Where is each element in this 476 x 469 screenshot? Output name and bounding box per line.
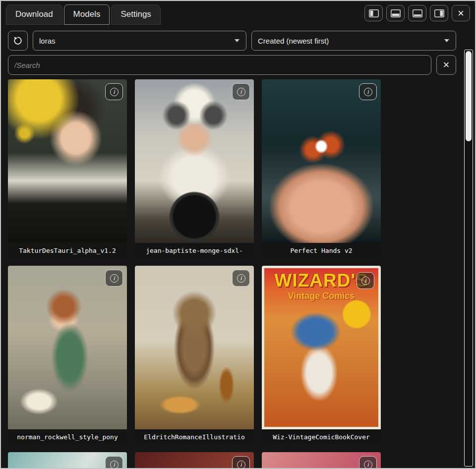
models-panel: loras Created (newest first) × i TakturD… — [1, 25, 475, 468]
model-name-label: TakturDesTauri_alpha_v1.2 — [8, 243, 127, 258]
info-icon: i — [237, 88, 245, 96]
window-controls: × — [364, 5, 470, 21]
info-icon: i — [110, 274, 119, 283]
model-info-button[interactable]: i — [105, 456, 123, 468]
model-thumbnail: i — [8, 452, 127, 468]
model-type-select[interactable]: loras — [33, 31, 246, 51]
model-thumbnail: i — [8, 79, 127, 243]
model-thumbnail: i — [262, 452, 381, 468]
panel-dock-bottom-button[interactable] — [386, 5, 405, 21]
scrollbar-track[interactable] — [464, 50, 473, 467]
model-browser-window: Download Models Settings — [0, 0, 476, 469]
info-icon: i — [364, 461, 372, 469]
panel-split-left-icon — [369, 9, 379, 17]
info-icon: i — [364, 88, 372, 96]
model-name-label: EldritchRomanceIllustratio — [135, 429, 254, 444]
info-icon: i — [361, 277, 370, 285]
search-row: × — [8, 55, 456, 75]
model-card[interactable]: WIZARD'S Vintage Comics i Wiz-VintageCom… — [262, 266, 381, 444]
model-name-label: norman_rockwell_style_pony — [8, 429, 127, 444]
model-thumbnail: i — [135, 452, 254, 468]
model-card[interactable]: i TakturDesTauri_alpha_v1.2 — [8, 79, 127, 258]
model-info-button[interactable]: i — [357, 272, 374, 289]
clear-search-icon: × — [443, 59, 450, 70]
model-card[interactable]: i norman_rockwell_style_pony — [8, 266, 127, 444]
info-icon: i — [110, 461, 119, 469]
model-info-button[interactable]: i — [105, 83, 123, 100]
sort-select-wrap: Created (newest first) — [251, 31, 456, 51]
info-icon: i — [110, 88, 119, 96]
search-input[interactable] — [8, 55, 431, 75]
model-info-button[interactable]: i — [232, 456, 250, 468]
model-info-button[interactable]: i — [232, 270, 250, 287]
info-icon: i — [237, 461, 245, 469]
model-card[interactable]: i — [262, 452, 381, 468]
info-icon: i — [237, 274, 245, 283]
panel-split-left-button[interactable] — [364, 5, 383, 21]
model-info-button[interactable]: i — [232, 83, 250, 100]
clear-search-button[interactable]: × — [436, 55, 456, 75]
tab-models[interactable]: Models — [64, 4, 110, 25]
close-icon: × — [458, 8, 464, 19]
scrollbar-thumb[interactable] — [466, 51, 472, 141]
thumbnail-overlay-subtitle: Vintage Comics — [264, 291, 378, 301]
model-thumbnail: WIZARD'S Vintage Comics i — [262, 266, 381, 429]
model-type-select-wrap: loras — [33, 31, 246, 51]
refresh-models-button[interactable] — [8, 31, 28, 51]
panel-dock-bottom-wide-icon — [413, 9, 422, 17]
panel-dock-bottom-icon — [391, 9, 401, 17]
tab-download[interactable]: Download — [6, 4, 62, 25]
model-thumbnail: i — [135, 266, 254, 429]
model-card[interactable]: i EldritchRomanceIllustratio — [135, 266, 254, 444]
model-thumbnail: i — [8, 266, 127, 429]
model-name-label: Perfect Hands v2 — [262, 243, 381, 258]
refresh-icon — [13, 36, 23, 46]
model-card[interactable]: i jean-baptiste-monge-sdxl- — [135, 79, 254, 258]
tab-settings[interactable]: Settings — [111, 4, 160, 25]
model-info-button[interactable]: i — [359, 83, 377, 100]
panel-dock-bottom-wide-button[interactable] — [408, 5, 426, 21]
model-info-button[interactable]: i — [105, 270, 123, 287]
sort-select[interactable]: Created (newest first) — [251, 31, 456, 51]
model-thumbnail: i — [262, 79, 381, 243]
model-card[interactable]: i — [8, 452, 127, 468]
panel-split-right-button[interactable] — [430, 5, 448, 21]
model-name-label: Wiz-VintageComicBookCover — [262, 429, 381, 444]
models-toolbar: loras Created (newest first) — [8, 31, 456, 51]
model-card[interactable]: i — [135, 452, 254, 468]
model-card[interactable]: i Perfect Hands v2 — [262, 79, 381, 258]
tab-bar: Download Models Settings — [1, 1, 475, 25]
model-info-button[interactable]: i — [359, 456, 377, 468]
close-window-button[interactable]: × — [452, 5, 470, 21]
model-name-label: jean-baptiste-monge-sdxl- — [135, 243, 254, 258]
model-grid: i TakturDesTauri_alpha_v1.2 i jean-bapti… — [8, 79, 456, 468]
panel-split-right-icon — [434, 9, 444, 17]
model-thumbnail: i — [135, 79, 254, 243]
